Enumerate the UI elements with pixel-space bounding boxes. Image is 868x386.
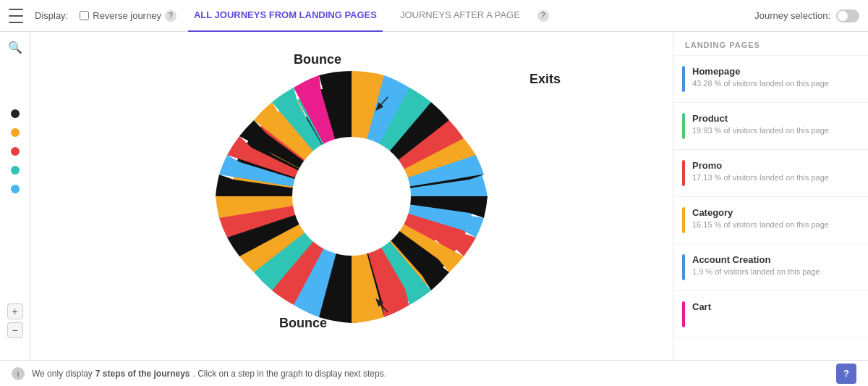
zoom-controls: + − <box>7 303 23 338</box>
main-content: 🔍 + − Bounce Exits Bounce <box>0 32 868 360</box>
journey-selection-toggle[interactable] <box>836 9 859 22</box>
landing-pages-list: Homepage 43.28 % of visitors landed on t… <box>673 56 868 360</box>
landing-stat-4: 1.9 % of visitors landed on this page <box>692 267 859 276</box>
landing-stat-3: 16.15 % of visitors landed on this page <box>692 220 859 229</box>
landing-item-3[interactable]: Category 16.15 % of visitors landed on t… <box>673 197 868 244</box>
landing-name-3: Category <box>692 207 859 218</box>
landing-item-4[interactable]: Account Creation 1.9 % of visitors lande… <box>673 244 868 291</box>
reverse-journey-control[interactable]: Reverse journey ? <box>80 10 176 22</box>
landing-name-2: Promo <box>692 160 859 171</box>
landing-name-0: Homepage <box>692 66 859 77</box>
landing-color-bar-0 <box>682 66 685 92</box>
legend-dot-2 <box>11 147 20 156</box>
tab-journeys-after[interactable]: JOURNEYS AFTER A PAGE <box>394 0 526 32</box>
landing-item-2[interactable]: Promo 17.13 % of visitors landed on this… <box>673 150 868 197</box>
journey-selection-label: Journey selection: <box>754 10 830 21</box>
legend-dots <box>11 109 20 193</box>
landing-item-5[interactable]: Cart <box>673 291 868 338</box>
topbar: Display: Reverse journey ? ALL JOURNEYS … <box>0 0 868 32</box>
bottombar-text-bold: 7 steps of the journeys <box>95 369 190 379</box>
display-label: Display: <box>35 10 68 21</box>
bottombar: i We only display 7 steps of the journey… <box>0 360 868 386</box>
search-icon[interactable]: 🔍 <box>8 41 22 54</box>
landing-color-bar-2 <box>682 160 685 186</box>
chart-area[interactable]: Bounce Exits Bounce <box>30 32 673 360</box>
right-panel: LANDING PAGES Homepage 43.28 % of visito… <box>673 32 868 360</box>
landing-color-bar-3 <box>682 207 685 233</box>
landing-text-4: Account Creation 1.9 % of visitors lande… <box>692 254 859 280</box>
landing-text-3: Category 16.15 % of visitors landed on t… <box>692 207 859 233</box>
journey-chart[interactable] <box>163 41 540 352</box>
legend-dot-3 <box>11 166 20 175</box>
tab-all-journeys[interactable]: ALL JOURNEYS FROM LANDING PAGES <box>188 0 383 32</box>
landing-text-5: Cart <box>692 301 859 327</box>
landing-name-5: Cart <box>692 301 859 312</box>
landing-stat-0: 43.28 % of visitors landed on this page <box>692 79 859 88</box>
reverse-journey-checkbox[interactable] <box>80 11 89 20</box>
landing-name-4: Account Creation <box>692 254 859 265</box>
zoom-out-button[interactable]: − <box>7 322 23 338</box>
landing-name-1: Product <box>692 113 859 124</box>
landing-color-bar-4 <box>682 254 685 280</box>
legend-dot-1 <box>11 128 20 137</box>
landing-pages-header: LANDING PAGES <box>673 32 868 56</box>
landing-stat-2: 17.13 % of visitors landed on this page <box>692 173 859 182</box>
journey-selection: Journey selection: <box>754 9 859 22</box>
exits-label: Exits <box>529 72 561 87</box>
help-button[interactable]: ? <box>836 364 856 384</box>
bottombar-text-rest: . Click on a step in the graph to displa… <box>193 369 386 379</box>
landing-color-bar-1 <box>682 113 685 139</box>
landing-text-2: Promo 17.13 % of visitors landed on this… <box>692 160 859 186</box>
zoom-in-button[interactable]: + <box>7 303 23 319</box>
landing-color-bar-5 <box>682 301 685 327</box>
bounce-bottom-label: Bounce <box>279 316 327 331</box>
landing-item-0[interactable]: Homepage 43.28 % of visitors landed on t… <box>673 56 868 103</box>
left-sidebar: 🔍 + − <box>0 32 30 360</box>
menu-icon[interactable] <box>9 9 23 23</box>
landing-item-1[interactable]: Product 19.93 % of visitors landed on th… <box>673 103 868 150</box>
bounce-top-label: Bounce <box>294 52 341 67</box>
bottombar-text-normal: We only display <box>32 369 93 379</box>
landing-text-0: Homepage 43.28 % of visitors landed on t… <box>692 66 859 92</box>
info-icon: i <box>12 367 25 380</box>
legend-dot-0 <box>11 109 20 118</box>
reverse-journey-label: Reverse journey <box>93 10 161 21</box>
svg-point-0 <box>292 137 411 256</box>
landing-stat-1: 19.93 % of visitors landed on this page <box>692 126 859 135</box>
landing-text-1: Product 19.93 % of visitors landed on th… <box>692 113 859 139</box>
legend-dot-4 <box>11 185 20 193</box>
reverse-journey-help-icon[interactable]: ? <box>165 10 176 22</box>
tab-help-icon[interactable]: ? <box>537 10 549 22</box>
